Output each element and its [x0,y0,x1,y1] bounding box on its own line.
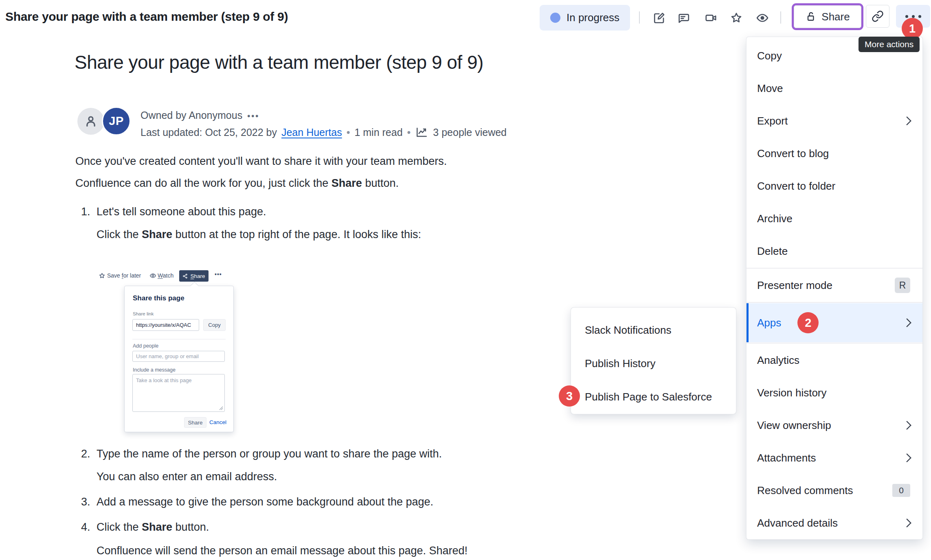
small-star-icon [99,272,105,279]
menu-item-view-ownership[interactable]: View ownership [747,409,922,442]
list-item-1-line-2: Click the Share button at the top right … [97,228,421,241]
byline: Owned by Anonymous••• Last updated: Oct … [141,109,507,138]
owned-by-text: Owned by Anonymous [141,109,242,121]
menu-item-move[interactable]: Move [747,72,922,105]
list-item-2: 2. Type the name of the person or group … [81,448,442,460]
shortcut-badge: R [895,278,910,293]
person-icon [83,114,98,129]
owned-by-row: Owned by Anonymous••• [141,109,507,121]
topbar-divider [780,11,781,24]
more-actions-menu: Copy Move Export Convert to blog Convert… [746,37,923,540]
topbar-divider [639,11,640,24]
dialog-pointer [190,282,199,290]
screenshot-share-button: Share [179,270,209,282]
updated-row: Last updated: Oct 25, 2022 by Jean Huert… [141,126,507,138]
status-badge[interactable]: In progress [540,5,630,31]
unlock-icon [805,11,817,22]
trend-chart-icon [415,126,428,138]
menu-item-advanced-details[interactable]: Advanced details [747,507,922,539]
chevron-right-icon [902,421,912,430]
menu-item-attachments[interactable]: Attachments [747,442,922,474]
menu-item-apps[interactable]: Apps 2 [747,303,922,342]
copy-link-button[interactable] [866,5,889,28]
apps-submenu: Slack Notifications Publish History Publ… [571,307,736,414]
share-nodes-icon [182,273,188,279]
status-label: In progress [567,11,619,24]
menu-separator [747,302,922,303]
dialog-cancel-link: Cancel [209,419,226,425]
share-button-highlight: Share [792,3,863,30]
video-icon[interactable] [705,11,718,24]
menu-item-archive[interactable]: Archive [747,202,922,235]
annotation-badge-3: 3 [559,385,580,407]
submenu-item-publish-history[interactable]: Publish History [571,347,736,380]
share-button-label: Share [821,11,850,23]
copy-button: Copy [203,319,226,331]
dialog-title: Share this page [133,294,184,302]
comment-icon[interactable] [677,11,690,24]
share-link-label: Share link [133,311,154,316]
tutorial-screenshot-image: Save for later Watch Share ••• Share thi… [98,269,245,436]
list-item-1: 1. Let's tell someone about this page. [81,206,266,218]
list-item-2-line-2: You can also enter an email address. [97,470,277,483]
watch-label: Watch [158,272,173,279]
annotation-badge-1: 1 [902,18,923,39]
paragraph-line: Once you've created content you'll want … [75,155,447,168]
menu-item-delete[interactable]: Delete [747,235,922,267]
menu-separator [747,343,922,343]
link-icon [872,10,884,22]
message-textarea: Take a look at this page [132,374,225,412]
menu-item-presenter-mode[interactable]: Presenter modeR [747,269,922,302]
share-dialog: Share this page Share link https://yours… [124,286,234,432]
paragraph-line: Confluence can do all the work for you, … [75,177,399,190]
list-item-3: 3. Add a message to give the person some… [81,496,433,508]
people-viewed[interactable]: 3 people viewed [433,127,507,138]
edit-icon[interactable] [653,11,666,24]
author-link[interactable]: Jean Huertas [281,127,342,138]
include-message-label: Include a message [133,367,176,373]
article-heading: Share your page with a team member (step… [75,51,483,73]
watching-eye-icon[interactable] [756,11,769,24]
star-icon[interactable] [730,11,743,24]
menu-item-export[interactable]: Export [747,105,922,137]
anonymous-avatar[interactable] [77,108,104,135]
menu-item-convert-to-blog[interactable]: Convert to blog [747,137,922,170]
chevron-right-icon [902,518,912,528]
share-link-input: https://yoursite/x/AQAC [132,319,199,331]
annotation-badge-2: 2 [797,312,819,333]
list-item-4: 4. Click the Share button. [81,521,209,534]
submenu-item-publish-page-to-salesforce[interactable]: Publish Page to Salesforce [571,380,736,413]
resize-handle-icon [219,406,223,410]
status-dot-icon [550,13,560,23]
chevron-right-icon [902,318,912,328]
read-time: 1 min read [354,127,402,138]
page-title: Share your page with a team member (step… [5,10,288,24]
list-item-4-line-2: Confluence will send the person an email… [97,545,468,557]
menu-item-convert-to-folder[interactable]: Convert to folder [747,170,922,202]
screenshot-more-dots: ••• [215,271,222,278]
add-people-input: User name, group or email [132,351,225,362]
last-updated-text: Last updated: Oct 25, 2022 by [141,127,277,138]
author-avatar[interactable]: JP [102,107,131,136]
submenu-item-slack-notifications[interactable]: Slack Notifications [571,313,736,347]
chevron-right-icon [902,453,912,463]
menu-separator [747,268,922,269]
dialog-share-button: Share [184,417,206,428]
menu-item-version-history[interactable]: Version history [747,376,922,409]
small-eye-icon [149,272,156,279]
dialog-divider [132,339,226,339]
ellipsis-icon [905,15,908,18]
chevron-right-icon [902,116,912,126]
save-for-later-label: Save for later [107,272,141,279]
more-actions-tooltip: More actions [859,37,920,52]
count-badge: 0 [892,484,910,497]
menu-item-resolved-comments[interactable]: Resolved comments0 [747,474,922,507]
owner-more-button[interactable]: ••• [247,112,259,120]
share-button[interactable]: Share [794,5,861,28]
add-people-label: Add people [133,343,158,349]
menu-item-analytics[interactable]: Analytics [747,344,922,376]
